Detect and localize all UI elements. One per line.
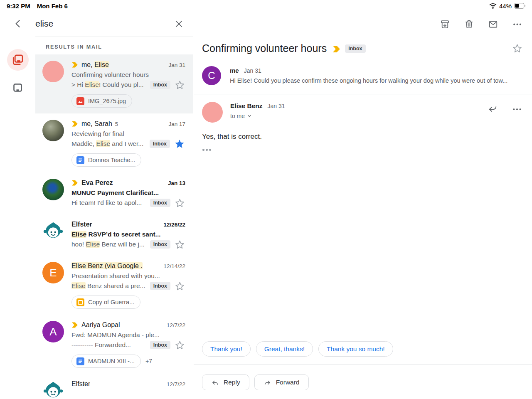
mail-list-item[interactable]: Eva PerezJan 13MUNUC Payment Clarificat.… bbox=[35, 172, 193, 214]
message-date: Jan 31 bbox=[268, 103, 285, 109]
snippet: > Hi Elise! Could you pl... bbox=[71, 81, 147, 89]
show-quoted-text-button[interactable] bbox=[202, 149, 532, 151]
importance-marker-icon bbox=[71, 121, 79, 127]
archive-icon[interactable] bbox=[440, 19, 450, 30]
inbox-label: Inbox bbox=[150, 341, 170, 349]
snippet: Maddie, Elise and I wer... bbox=[71, 140, 146, 148]
sender: Eva Perez bbox=[81, 179, 113, 187]
results-header: RESULTS IN MAIL bbox=[35, 37, 193, 54]
status-bar: 9:32 PM Mon Feb 6 44% bbox=[0, 0, 532, 11]
message-snippet: Hi Elise! Could you please confirm these… bbox=[230, 77, 524, 84]
clear-search-icon[interactable] bbox=[174, 19, 184, 29]
subject: Reviewing for final bbox=[71, 129, 185, 138]
avatar[interactable]: A bbox=[42, 321, 64, 342]
inbox-label: Inbox bbox=[150, 140, 170, 148]
reply-button[interactable]: Reply bbox=[202, 374, 249, 390]
date: 12/26/22 bbox=[160, 222, 185, 228]
smart-reply-chip[interactable]: Thank you! bbox=[202, 341, 251, 357]
recipient: to me bbox=[230, 113, 245, 119]
mail-list-item[interactable]: AAariya Gopal12/7/22Fwd: MADMUN Agenda -… bbox=[35, 315, 193, 374]
subject: Confirming volunteer hours bbox=[71, 70, 185, 79]
smart-reply-chip[interactable]: Thank you so much! bbox=[318, 341, 393, 357]
conversation-toolbar bbox=[194, 11, 532, 30]
star-button[interactable] bbox=[174, 138, 185, 150]
snippet: hoo! Elise Benz will be j... bbox=[71, 241, 147, 248]
message-body: Yes, that is correct. bbox=[194, 123, 532, 141]
message-sender: me bbox=[230, 67, 239, 74]
importance-marker-icon bbox=[332, 45, 341, 53]
inbox-label: Inbox bbox=[345, 44, 365, 53]
search-input[interactable]: elise bbox=[35, 19, 174, 29]
avatar bbox=[202, 102, 223, 123]
mail-list-item[interactable]: me, Sarah5Jan 17Reviewing for finalMaddi… bbox=[35, 113, 193, 172]
star-button[interactable] bbox=[174, 79, 185, 91]
attachment-extra-count: +7 bbox=[145, 358, 152, 365]
reply-icon[interactable] bbox=[487, 104, 498, 123]
attachment-chip[interactable]: Copy of Guerra... bbox=[71, 296, 140, 309]
smart-reply-chip[interactable]: Great, thanks! bbox=[256, 341, 313, 357]
star-button[interactable] bbox=[174, 197, 185, 209]
expanded-message-header[interactable]: Elise Benz Jan 31 to me bbox=[194, 94, 532, 123]
clock: 9:32 PM bbox=[7, 2, 30, 10]
reply-arrow-icon bbox=[211, 379, 219, 387]
mail-list-item[interactable]: Elfster12/26/22Elise RSVP’d to secret sa… bbox=[35, 214, 193, 256]
battery-icon bbox=[514, 3, 526, 9]
subject-row: Confirming volunteer hours Inbox bbox=[194, 30, 532, 54]
delete-icon[interactable] bbox=[464, 19, 474, 30]
sender: me, Elise bbox=[81, 61, 109, 69]
mail-list-item-content: me, EliseJan 31Confirming volunteer hour… bbox=[71, 60, 185, 108]
mail-tab[interactable] bbox=[7, 49, 29, 71]
attachment-chip[interactable]: Domres Teache... bbox=[71, 153, 141, 167]
snippet: Elise Benz shared a pre... bbox=[71, 282, 147, 290]
attachment-name: IMG_2675.jpg bbox=[88, 98, 126, 104]
star-button[interactable] bbox=[174, 340, 185, 351]
recipient-details-toggle[interactable]: to me bbox=[230, 113, 285, 119]
star-button[interactable] bbox=[174, 239, 185, 250]
avatar[interactable]: E bbox=[42, 262, 64, 283]
sender: me, Sarah bbox=[81, 120, 112, 128]
forward-button[interactable]: Forward bbox=[254, 374, 309, 390]
message-sender: Elise Benz bbox=[230, 102, 263, 110]
meet-tab-icon bbox=[12, 82, 24, 94]
smart-replies: Thank you!Great, thanks!Thank you so muc… bbox=[194, 341, 532, 364]
avatar[interactable] bbox=[42, 120, 64, 141]
snippet: Hi team! I'd like to apol... bbox=[71, 199, 147, 207]
battery-percent: 44% bbox=[499, 2, 512, 10]
attachment-chip[interactable]: MADMUN XIII -... bbox=[71, 355, 141, 368]
forward-arrow-icon bbox=[264, 379, 271, 387]
mail-list-item[interactable]: EElise Benz (via Google .12/14/22Present… bbox=[35, 256, 193, 315]
importance-marker-icon bbox=[71, 322, 79, 328]
mail-list-item-content: me, Sarah5Jan 17Reviewing for finalMaddi… bbox=[71, 119, 185, 167]
date: 12/14/22 bbox=[160, 263, 185, 269]
search-results-pane: elise RESULTS IN MAIL me, EliseJan 31Con… bbox=[0, 11, 193, 399]
importance-marker-icon bbox=[71, 180, 79, 186]
mail-list-item-content: Elfster12/7/22 bbox=[71, 379, 185, 399]
conversation-star-button[interactable] bbox=[512, 43, 523, 54]
app-rail bbox=[0, 49, 35, 94]
star-button[interactable] bbox=[174, 281, 185, 292]
avatar: C bbox=[202, 66, 221, 85]
collapsed-message[interactable]: C me Jan 31 Hi Elise! Could you please c… bbox=[194, 54, 532, 85]
reply-area: Thank you!Great, thanks!Thank you so muc… bbox=[194, 341, 532, 399]
avatar[interactable] bbox=[42, 220, 64, 242]
date: Jan 13 bbox=[165, 180, 185, 186]
attachment-chip[interactable]: IMG_2675.jpg bbox=[71, 94, 132, 108]
date: 12/7/22 bbox=[163, 381, 185, 387]
date: Jan 31 bbox=[165, 62, 185, 68]
mark-unread-icon[interactable] bbox=[488, 19, 498, 30]
mail-list-item[interactable]: me, EliseJan 31Confirming volunteer hour… bbox=[35, 54, 193, 113]
date: 12/7/22 bbox=[163, 322, 185, 328]
attachment-name: MADMUN XIII -... bbox=[88, 358, 135, 365]
date: Jan 17 bbox=[165, 121, 185, 127]
mail-list-item-content: Elfster12/26/22Elise RSVP’d to secret sa… bbox=[71, 219, 185, 250]
more-icon[interactable] bbox=[512, 19, 522, 30]
conversation-subject: Confirming volunteer hours bbox=[202, 42, 327, 54]
mail-list-item[interactable]: Elfster12/7/22 bbox=[35, 374, 193, 399]
subject: Elise RSVP’d to secret sant... bbox=[71, 229, 185, 239]
back-button[interactable] bbox=[0, 19, 35, 29]
avatar[interactable] bbox=[42, 179, 64, 200]
avatar[interactable] bbox=[42, 61, 64, 82]
more-icon[interactable] bbox=[512, 104, 522, 123]
meet-tab[interactable] bbox=[12, 82, 24, 94]
avatar[interactable] bbox=[42, 380, 64, 399]
